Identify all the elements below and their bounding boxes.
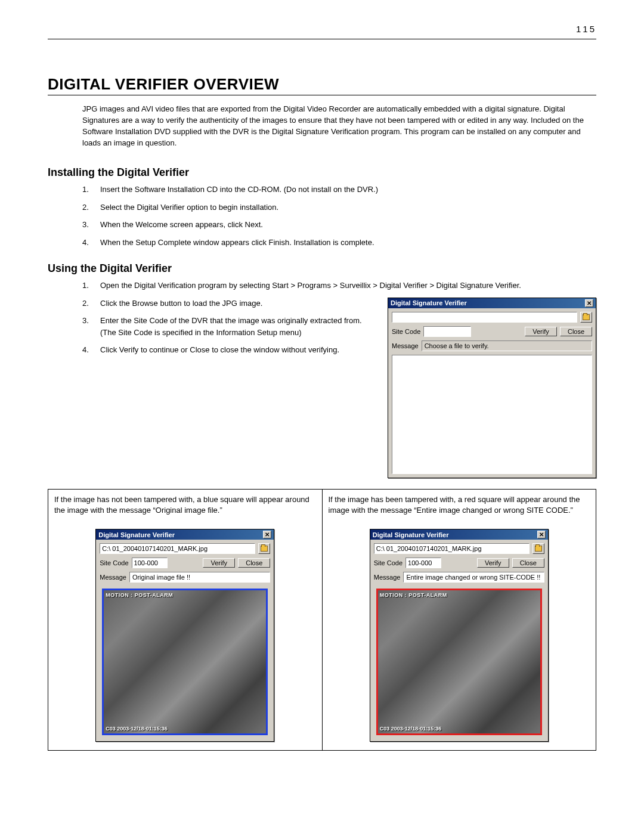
list-item: 3.When the Welcome screen appears, click…: [82, 219, 596, 231]
file-path-input[interactable]: [392, 312, 577, 323]
message-label: Message: [374, 574, 401, 581]
message-field: Entire image changed or wrong SITE-CODE …: [403, 572, 544, 583]
folder-icon: [261, 546, 268, 552]
list-item: 2.Select the Digital Verifier option to …: [82, 202, 596, 213]
image-overlay-top: MOTION : POST-ALARM: [106, 592, 173, 598]
verify-button[interactable]: Verify: [477, 558, 509, 568]
page-number: 115: [48, 24, 596, 34]
close-icon[interactable]: ✕: [537, 531, 546, 538]
dialog-title: Digital Signature Verifier: [98, 531, 175, 538]
image-overlay-top: MOTION : POST-ALARM: [380, 592, 447, 598]
top-rule: [48, 39, 596, 39]
using-heading: Using the Digital Verifier: [48, 262, 596, 275]
file-path-input[interactable]: [100, 543, 255, 554]
file-path-input[interactable]: [374, 543, 530, 554]
verifier-dialog-tampered: Digital Signature Verifier ✕ Site Code: [370, 529, 549, 742]
list-item: 1.Open the Digital Verification program …: [82, 280, 596, 292]
image-overlay-bottom: C03 2003-12/18-01:15:36: [106, 726, 168, 732]
site-code-input[interactable]: [423, 326, 471, 337]
close-button[interactable]: Close: [560, 327, 592, 336]
verifier-dialog-empty: Digital Signature Verifier ✕ Site Code V…: [388, 298, 596, 478]
browse-button[interactable]: [580, 312, 592, 323]
list-item: 2.Click the Browse button to load the JP…: [82, 298, 376, 309]
list-item: 1.Insert the Software Installation CD in…: [82, 184, 596, 196]
list-item: 3.Enter the Site Code of the DVR that th…: [82, 315, 376, 338]
verify-button[interactable]: Verify: [525, 327, 557, 336]
message-field: Choose a file to verify.: [422, 340, 592, 351]
folder-icon: [535, 546, 542, 552]
message-label: Message: [392, 342, 419, 349]
site-code-label: Site Code: [374, 559, 402, 566]
site-code-label: Site Code: [100, 559, 128, 566]
close-icon[interactable]: ✕: [263, 531, 271, 538]
result-frame-blue: MOTION : POST-ALARM C03 2003-12/18-01:15…: [102, 589, 268, 735]
verifier-dialog-original: Digital Signature Verifier ✕ Site Code: [95, 529, 274, 742]
using-steps: 1.Open the Digital Verification program …: [82, 280, 596, 292]
intro-paragraph: JPG images and AVI video files that are …: [82, 104, 596, 148]
image-overlay-bottom: C03 2003-12/18-01:15:36: [380, 726, 442, 732]
verify-button[interactable]: Verify: [203, 558, 235, 568]
result-desc-original: If the image has not been tampered with,…: [54, 494, 316, 516]
result-frame-red: MOTION : POST-ALARM C03 2003-12/18-01:15…: [376, 589, 542, 735]
install-heading: Installing the Digital Verifier: [48, 166, 596, 179]
dialog-title: Digital Signature Verifier: [391, 299, 467, 306]
list-item: 4.Click Verify to continue or Close to c…: [82, 344, 376, 356]
close-icon[interactable]: ✕: [585, 299, 593, 307]
site-code-input[interactable]: [132, 558, 168, 568]
message-field: Original image file !!: [129, 572, 270, 583]
dialog-title: Digital Signature Verifier: [373, 531, 449, 538]
site-code-label: Site Code: [392, 328, 420, 335]
close-button[interactable]: Close: [512, 558, 544, 568]
close-button[interactable]: Close: [238, 558, 270, 568]
using-steps-cont: 2.Click the Browse button to load the JP…: [82, 298, 376, 356]
surveillance-image: MOTION : POST-ALARM C03 2003-12/18-01:15…: [378, 590, 540, 733]
browse-button[interactable]: [532, 543, 544, 554]
results-table: If the image has not been tampered with,…: [48, 489, 596, 751]
page-title: DIGITAL VERIFIER OVERVIEW: [48, 75, 596, 95]
surveillance-image: MOTION : POST-ALARM C03 2003-12/18-01:15…: [104, 590, 266, 733]
browse-button[interactable]: [258, 543, 270, 554]
message-label: Message: [100, 574, 126, 581]
result-desc-tampered: If the image has been tampered with, a r…: [329, 494, 590, 516]
install-steps: 1.Insert the Software Installation CD in…: [82, 184, 596, 248]
list-item: 4.When the Setup Complete window appears…: [82, 237, 596, 249]
site-code-input[interactable]: [405, 558, 441, 568]
preview-area-empty: [392, 355, 592, 474]
folder-icon: [583, 314, 590, 320]
